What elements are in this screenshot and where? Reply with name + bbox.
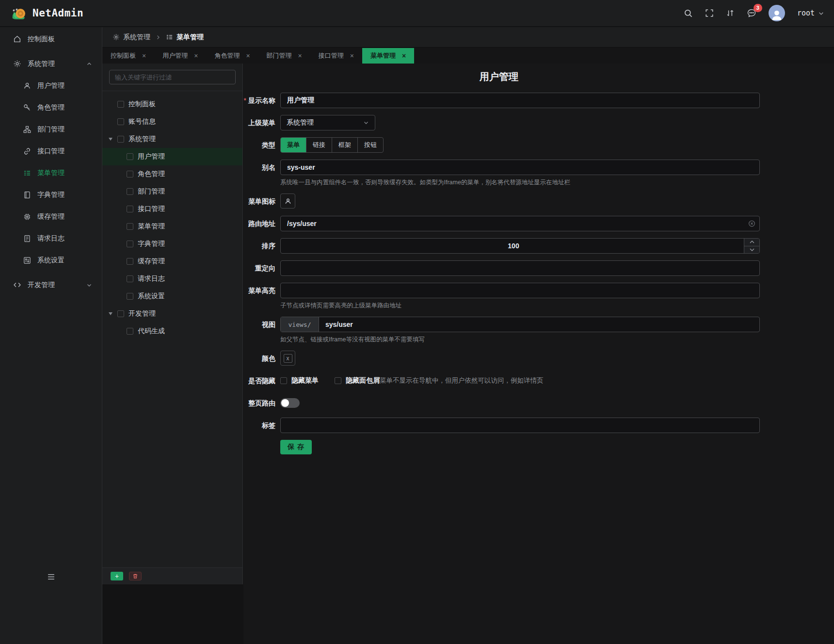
menu-icon-picker[interactable]	[280, 193, 295, 209]
caret-down-icon[interactable]	[109, 138, 117, 141]
checkbox[interactable]	[127, 293, 133, 300]
sidebar-item-request-log[interactable]: 请求日志	[0, 227, 102, 249]
breadcrumb-item-menus: 菜单管理	[166, 33, 204, 42]
tab-roles[interactable]: 角色管理 ×	[206, 48, 258, 64]
tab-api[interactable]: 接口管理 ×	[310, 48, 362, 64]
add-node-button[interactable]: +	[111, 572, 123, 580]
full-page-toggle[interactable]	[280, 398, 300, 408]
checkbox[interactable]	[117, 310, 124, 317]
type-option-iframe[interactable]: 框架	[332, 138, 358, 152]
notifications-icon[interactable]: 3	[747, 8, 756, 18]
tree-node[interactable]: 请求日志	[102, 270, 242, 288]
tree-node[interactable]: 菜单管理	[102, 218, 242, 235]
tree-node[interactable]: 缓存管理	[102, 253, 242, 270]
tab-departments[interactable]: 部门管理 ×	[258, 48, 310, 64]
checkbox[interactable]	[117, 118, 124, 125]
breadcrumb-item-system[interactable]: 系统管理	[112, 33, 150, 42]
fullscreen-icon[interactable]	[705, 9, 714, 17]
tab-menus[interactable]: 菜单管理 ×	[362, 48, 414, 64]
clear-icon[interactable]	[748, 220, 755, 227]
checkbox[interactable]	[127, 206, 133, 212]
checkbox[interactable]	[117, 136, 124, 143]
close-icon[interactable]: ×	[402, 52, 406, 59]
type-option-link[interactable]: 链接	[306, 138, 332, 152]
hide-breadcrumb-checkbox-group[interactable]: 隐藏面包屑	[335, 376, 380, 385]
sidebar-item-dashboard[interactable]: 控制面板	[0, 28, 102, 50]
checkbox[interactable]	[335, 377, 341, 384]
tree-node[interactable]: 账号信息	[102, 113, 242, 130]
tree-filter-input[interactable]	[115, 74, 230, 81]
switch-arrows-icon[interactable]	[726, 9, 735, 17]
save-button[interactable]: 保 存	[280, 440, 312, 454]
form-actions: 保 存	[243, 440, 834, 454]
tab-dashboard[interactable]: 控制面板 ×	[102, 48, 154, 64]
sidebar-item-dictionary[interactable]: 字典管理	[0, 184, 102, 206]
sidebar-item-label: 字典管理	[37, 191, 64, 199]
sidebar-item-departments[interactable]: 部门管理	[0, 118, 102, 140]
tree-node[interactable]: 系统管理	[102, 130, 242, 148]
checkbox[interactable]	[127, 153, 133, 160]
sidebar-item-label: 角色管理	[37, 103, 64, 112]
tree-node[interactable]: 部门管理	[102, 183, 242, 200]
checkbox[interactable]	[117, 101, 124, 108]
sidebar-collapse-button[interactable]	[0, 568, 102, 585]
breadcrumb-label: 菜单管理	[176, 33, 204, 42]
chevron-down-icon	[818, 10, 824, 16]
checkbox[interactable]	[127, 241, 133, 247]
close-icon[interactable]: ×	[350, 52, 354, 59]
step-down-button[interactable]	[744, 246, 759, 254]
close-icon[interactable]: ×	[298, 52, 302, 59]
type-option-button[interactable]: 按钮	[358, 138, 383, 152]
view-input[interactable]	[319, 317, 759, 332]
step-up-button[interactable]	[744, 239, 759, 246]
sidebar-item-label: 系统管理	[28, 60, 55, 68]
checkbox[interactable]	[127, 188, 133, 195]
tab-label: 用户管理	[162, 51, 188, 60]
sidebar-item-cache[interactable]: 缓存管理	[0, 206, 102, 227]
sidebar-item-label: 系统设置	[37, 256, 64, 265]
checkbox[interactable]	[127, 171, 133, 177]
checkbox[interactable]	[280, 377, 287, 384]
close-icon[interactable]: ×	[194, 52, 198, 59]
alias-input[interactable]	[280, 160, 760, 175]
search-icon[interactable]	[684, 9, 693, 18]
tree-node[interactable]: 控制面板	[102, 96, 242, 113]
tab-users[interactable]: 用户管理 ×	[154, 48, 206, 64]
brand[interactable]: NetAdmin	[10, 5, 83, 21]
sidebar-item-settings[interactable]: 系统设置	[0, 249, 102, 271]
tree-node[interactable]: 开发管理	[102, 305, 242, 322]
tree-node-selected[interactable]: 用户管理	[102, 148, 242, 165]
checkbox[interactable]	[127, 275, 133, 282]
checkbox[interactable]	[127, 328, 133, 335]
sort-input[interactable]	[280, 238, 760, 254]
tags-input[interactable]	[280, 418, 760, 433]
route-input[interactable]	[280, 216, 760, 231]
display-name-input[interactable]	[280, 93, 760, 108]
sidebar-item-development[interactable]: 开发管理	[0, 274, 102, 296]
user-menu[interactable]: root	[797, 9, 824, 17]
sidebar-item-api[interactable]: 接口管理	[0, 140, 102, 162]
checkbox[interactable]	[127, 223, 133, 230]
hide-menu-checkbox-group[interactable]: 隐藏菜单	[280, 376, 319, 385]
checkbox[interactable]	[127, 258, 133, 265]
redirect-input[interactable]	[280, 260, 760, 276]
sidebar-item-users[interactable]: 用户管理	[0, 75, 102, 97]
color-picker-button[interactable]: x	[280, 351, 295, 366]
sidebar-item-roles[interactable]: 角色管理	[0, 97, 102, 118]
close-icon[interactable]: ×	[142, 52, 146, 59]
tree-node[interactable]: 接口管理	[102, 200, 242, 218]
tree-node[interactable]: 角色管理	[102, 165, 242, 183]
type-option-menu[interactable]: 菜单	[281, 138, 306, 152]
avatar[interactable]	[769, 5, 785, 21]
parent-menu-select[interactable]: 系统管理	[280, 115, 375, 130]
tree-node[interactable]: 系统设置	[102, 288, 242, 305]
tree-node[interactable]: 字典管理	[102, 235, 242, 253]
field-tags: 标签	[243, 418, 834, 433]
sidebar-item-menus[interactable]: 菜单管理	[0, 162, 102, 184]
delete-node-button[interactable]	[129, 572, 142, 580]
close-icon[interactable]: ×	[246, 52, 250, 59]
highlight-input[interactable]	[280, 283, 760, 298]
tree-node[interactable]: 代码生成	[102, 322, 242, 340]
sidebar-item-system[interactable]: 系统管理	[0, 53, 102, 75]
caret-down-icon[interactable]	[109, 312, 117, 315]
